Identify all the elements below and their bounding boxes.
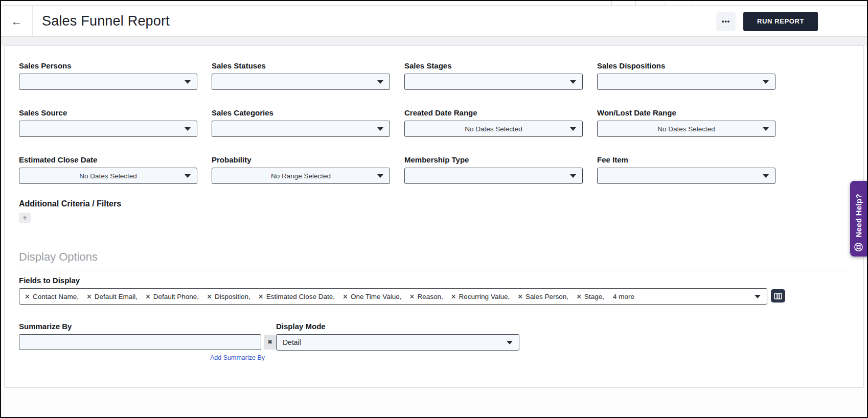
chevron-down-icon [570, 174, 576, 178]
chevron-down-icon [377, 80, 383, 84]
chevron-down-icon [763, 80, 769, 84]
sales-categories-dropdown[interactable] [212, 121, 390, 137]
add-summarize-by-link[interactable]: Add Summarize By [210, 354, 265, 361]
field-chip[interactable]: ✕Sales Person, [517, 293, 568, 300]
remove-field-icon[interactable]: ✕ [342, 293, 348, 300]
remove-field-icon[interactable]: ✕ [258, 293, 264, 300]
chevron-down-icon [185, 80, 191, 84]
more-fields-text[interactable]: 4 more [613, 293, 634, 300]
header-panel-gap [1, 37, 867, 46]
additional-criteria-label: Additional Criteria / Filters [19, 199, 849, 208]
field-chip-label: Sales Person, [526, 293, 568, 300]
chevron-down-icon [755, 295, 761, 298]
column-divider [693, 1, 693, 6]
dropdown-value: No Range Selected [212, 172, 390, 180]
display-mode-dropdown[interactable]: Detail [276, 334, 519, 351]
clear-x-icon: ✖ [267, 339, 272, 345]
filter-probability: Probability No Range Selected [212, 155, 390, 184]
filter-label: Membership Type [404, 155, 583, 164]
display-mode-block: Display Mode Detail [276, 322, 519, 362]
field-chip-label: Default Email, [95, 293, 138, 300]
table-columns-icon [774, 293, 782, 299]
filter-won-lost-date-range: Won/Lost Date Range No Dates Selected [597, 108, 775, 137]
filter-label: Sales Dispositions [597, 61, 775, 70]
add-criteria-button[interactable]: + [19, 213, 31, 223]
won-lost-date-range-dropdown[interactable]: No Dates Selected [597, 121, 775, 137]
created-date-range-dropdown[interactable]: No Dates Selected [404, 121, 583, 137]
back-arrow-icon: ← [11, 15, 22, 28]
top-cutoff-strip [1, 1, 867, 6]
clear-summarize-button[interactable]: ✖ [264, 335, 276, 350]
column-divider [611, 1, 612, 6]
filters-grid: Sales Persons Sales Statuses Sales Stage… [19, 61, 849, 184]
field-chip[interactable]: ✕Disposition, [207, 293, 250, 300]
field-chip[interactable]: ✕Recurring Value, [451, 293, 510, 300]
section-divider [19, 270, 849, 270]
run-report-button[interactable]: RUN REPORT [743, 12, 818, 31]
field-chip[interactable]: ✕Stage, [576, 293, 604, 300]
field-chip[interactable]: ✕Contact Name, [25, 293, 79, 300]
filter-sales-dispositions: Sales Dispositions [597, 61, 775, 90]
chevron-down-icon [570, 80, 576, 84]
field-chip-label: Estimated Close Date, [266, 293, 335, 300]
remove-field-icon[interactable]: ✕ [25, 293, 30, 300]
sales-funnel-report-screen: ← Sales Funnel Report ••• RUN REPORT Sal… [0, 0, 868, 418]
sales-persons-dropdown[interactable] [19, 74, 197, 90]
field-chip[interactable]: ✕One Time Value, [342, 293, 401, 300]
filter-label: Sales Source [19, 108, 197, 117]
filter-label: Created Date Range [404, 108, 583, 117]
remove-field-icon[interactable]: ✕ [576, 293, 582, 300]
column-settings-button[interactable] [771, 289, 785, 303]
chips-field-items: ✕Contact Name,✕Default Email,✕Default Ph… [25, 293, 634, 300]
remove-field-icon[interactable]: ✕ [517, 293, 523, 300]
probability-dropdown[interactable]: No Range Selected [212, 168, 390, 184]
field-chip[interactable]: ✕Estimated Close Date, [258, 293, 335, 300]
summarize-display-row: Summarize By ✖ Add Summarize By Display … [19, 322, 849, 362]
column-divider [666, 1, 666, 6]
field-chip-label: One Time Value, [351, 293, 402, 300]
fields-to-display-label: Fields to Display [19, 276, 849, 285]
sales-dispositions-dropdown[interactable] [597, 74, 775, 90]
filter-label: Probability [212, 155, 390, 164]
page-title: Sales Funnel Report [42, 13, 170, 29]
estimated-close-date-dropdown[interactable]: No Dates Selected [19, 168, 197, 184]
sales-source-dropdown[interactable] [19, 121, 197, 137]
need-help-tab[interactable]: Need Help? [850, 181, 867, 257]
remove-field-icon[interactable]: ✕ [145, 293, 151, 300]
filter-label: Sales Statuses [212, 61, 390, 70]
remove-field-icon[interactable]: ✕ [207, 293, 212, 300]
filter-sales-statuses: Sales Statuses [212, 61, 390, 90]
membership-type-dropdown[interactable] [404, 168, 583, 184]
summarize-by-input[interactable] [19, 334, 261, 350]
plus-icon: + [22, 214, 27, 222]
filter-sales-categories: Sales Categories [212, 108, 390, 137]
remove-field-icon[interactable]: ✕ [409, 293, 415, 300]
fee-item-dropdown[interactable] [597, 168, 775, 184]
need-help-label: Need Help? [854, 194, 863, 238]
field-chip[interactable]: ✕Reason, [409, 293, 443, 300]
field-chip[interactable]: ✕Default Phone, [145, 293, 199, 300]
more-options-button[interactable]: ••• [716, 12, 736, 31]
chevron-down-icon [507, 341, 513, 344]
column-divider [635, 1, 636, 6]
back-button[interactable]: ← [1, 6, 33, 36]
chevron-down-icon [763, 127, 769, 131]
filter-membership-type: Membership Type [404, 155, 583, 184]
chevron-down-icon [377, 127, 383, 131]
remove-field-icon[interactable]: ✕ [451, 293, 456, 300]
filter-sales-persons: Sales Persons [19, 61, 197, 90]
chevron-down-icon [763, 174, 769, 178]
display-mode-label: Display Mode [276, 322, 519, 331]
report-header: ← Sales Funnel Report ••• RUN REPORT [1, 6, 867, 37]
filter-label: Estimated Close Date [19, 155, 197, 164]
sales-stages-dropdown[interactable] [404, 74, 583, 90]
field-chip-label: Disposition, [215, 293, 250, 300]
report-content: Sales Persons Sales Statuses Sales Stage… [1, 37, 867, 417]
field-chip-label: Default Phone, [153, 293, 199, 300]
remove-field-icon[interactable]: ✕ [86, 293, 92, 300]
chevron-down-icon [185, 127, 191, 131]
chevron-down-icon [570, 127, 576, 131]
field-chip[interactable]: ✕Default Email, [86, 293, 138, 300]
fields-to-display-multiselect[interactable]: ✕Contact Name,✕Default Email,✕Default Ph… [19, 288, 767, 305]
sales-statuses-dropdown[interactable] [212, 74, 390, 90]
